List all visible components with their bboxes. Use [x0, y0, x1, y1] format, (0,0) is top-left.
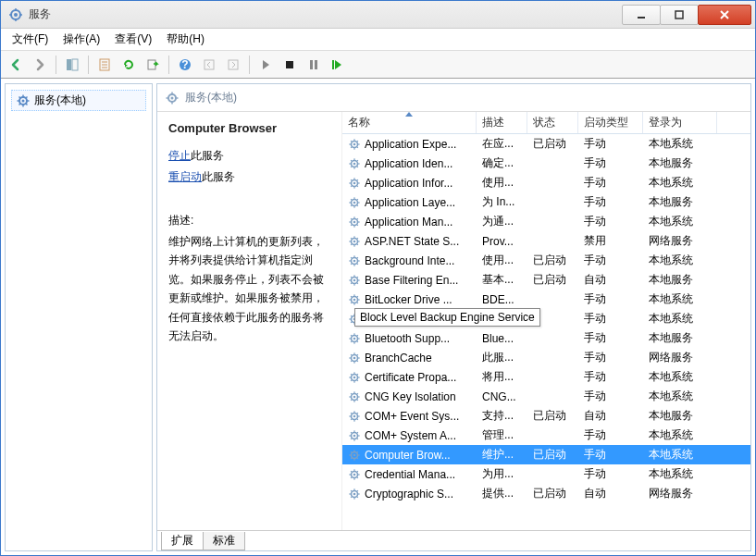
- menu-help[interactable]: 帮助(H): [159, 30, 212, 49]
- tree-pane[interactable]: 服务(本地): [5, 83, 153, 551]
- menu-view[interactable]: 查看(V): [107, 30, 159, 49]
- table-row[interactable]: Application Iden...确定...手动本地服务: [342, 154, 750, 173]
- stop-service-link[interactable]: 停止: [168, 149, 191, 162]
- cell-name: COM+ System A...: [342, 429, 477, 442]
- svg-line-168: [357, 379, 358, 380]
- svg-line-147: [351, 335, 352, 336]
- table-row[interactable]: Application Man...为通...手动本地系统: [342, 212, 750, 231]
- cell-logon-as: 网络服务: [643, 486, 717, 501]
- svg-line-149: [357, 335, 358, 336]
- table-row[interactable]: COM+ Event Sys...支持...已启动自动本地服务: [342, 406, 750, 426]
- maximize-button[interactable]: [660, 5, 699, 25]
- minimize-button[interactable]: [622, 5, 661, 25]
- cell-startup-type: 手动: [578, 194, 643, 210]
- svg-rect-16: [148, 60, 155, 69]
- table-row[interactable]: BitLocker Drive ...BDE...手动本地系统: [342, 290, 750, 309]
- prev-item-button[interactable]: [198, 54, 220, 76]
- tab-extended[interactable]: 扩展: [161, 532, 204, 550]
- table-row[interactable]: COM+ System A...管理...手动本地系统: [342, 426, 750, 445]
- cell-name: Cryptographic S...: [342, 488, 477, 500]
- svg-line-198: [357, 438, 358, 439]
- cell-startup-type: 手动: [578, 253, 643, 268]
- column-status[interactable]: 状态: [527, 112, 578, 133]
- detail-pane: Computer Browser 停止此服务 重启动此服务 描述: 维护网络上计…: [157, 112, 342, 530]
- titlebar[interactable]: 服务: [1, 1, 755, 29]
- menu-action[interactable]: 操作(A): [56, 30, 107, 49]
- column-logon-as[interactable]: 登录为: [643, 112, 717, 133]
- svg-line-34: [19, 104, 21, 105]
- svg-line-47: [351, 141, 352, 142]
- tree-root-node[interactable]: 服务(本地): [11, 90, 146, 111]
- pause-service-button[interactable]: [303, 54, 325, 76]
- gear-icon: [165, 91, 180, 105]
- table-row[interactable]: Certificate Propa...将用...手动本地系统: [342, 367, 750, 387]
- svg-point-202: [353, 453, 356, 456]
- svg-rect-20: [229, 60, 238, 69]
- svg-point-36: [171, 96, 174, 99]
- table-row[interactable]: Background Inte...使用...已启动手动本地系统: [342, 251, 750, 270]
- stop-service-button[interactable]: [279, 54, 301, 76]
- svg-line-50: [351, 146, 352, 147]
- cell-startup-type: 手动: [578, 330, 643, 346]
- restart-service-link[interactable]: 重启动: [168, 170, 202, 183]
- properties-button[interactable]: [93, 54, 116, 76]
- forward-button[interactable]: [29, 54, 51, 76]
- show-hide-tree-button[interactable]: [61, 54, 83, 76]
- back-button[interactable]: [5, 54, 27, 76]
- cell-logon-as: 本地系统: [643, 369, 717, 385]
- main-pane: 服务(本地) Computer Browser 停止此服务 重启动此服务 描述:…: [156, 83, 751, 551]
- table-row[interactable]: Credential Mana...为用...手动本地系统: [342, 464, 750, 484]
- svg-line-227: [351, 490, 352, 491]
- restart-suffix: 此服务: [202, 170, 235, 183]
- column-name[interactable]: 名称: [342, 112, 477, 133]
- next-item-button[interactable]: [222, 54, 244, 76]
- svg-line-128: [357, 302, 358, 303]
- close-button[interactable]: [698, 5, 751, 25]
- tab-standard[interactable]: 标准: [203, 532, 245, 550]
- cell-name: BranchCache: [342, 352, 477, 364]
- svg-line-77: [351, 199, 352, 200]
- cell-logon-as: 本地系统: [643, 253, 717, 268]
- svg-line-120: [351, 282, 352, 283]
- toolbar: ?: [1, 51, 755, 79]
- svg-point-212: [353, 473, 356, 476]
- table-row[interactable]: Cryptographic S...提供...已启动自动网络服务: [342, 484, 750, 503]
- table-row[interactable]: CNG Key IsolationCNG...手动本地系统: [342, 387, 750, 406]
- table-row[interactable]: Bluetooth Supp...Blue...手动本地服务: [342, 328, 750, 348]
- column-startup-type[interactable]: 启动类型: [578, 112, 643, 133]
- svg-line-159: [357, 354, 358, 355]
- svg-line-209: [357, 451, 358, 452]
- svg-line-219: [357, 471, 358, 472]
- menu-file[interactable]: 文件(F): [5, 30, 56, 49]
- svg-line-148: [357, 340, 358, 341]
- svg-line-137: [351, 315, 352, 316]
- export-button[interactable]: [142, 54, 164, 76]
- cell-name: CNG Key Isolation: [342, 390, 477, 403]
- table-row[interactable]: Computer Brow...维护...已启动手动本地系统: [342, 445, 750, 464]
- cell-logon-as: 本地服务: [643, 408, 717, 424]
- svg-line-200: [351, 438, 352, 439]
- table-row[interactable]: Application Laye...为 In...手动本地服务: [342, 192, 750, 212]
- start-service-button[interactable]: [254, 54, 277, 76]
- cell-logon-as: 网络服务: [643, 233, 717, 249]
- table-row[interactable]: BranchCache此服...手动网络服务: [342, 348, 750, 367]
- refresh-button[interactable]: [118, 54, 140, 76]
- tree-root-label: 服务(本地): [34, 93, 86, 108]
- svg-line-68: [357, 185, 358, 186]
- table-row[interactable]: ASP.NET State S...Prov...禁用网络服务: [342, 231, 750, 251]
- svg-line-78: [357, 204, 358, 205]
- cell-startup-type: 手动: [578, 427, 643, 443]
- table-row[interactable]: Base Filtering En...基本...已启动自动本地服务: [342, 270, 750, 290]
- table-row[interactable]: Application Expe...在应...已启动手动本地系统: [342, 134, 750, 154]
- cell-startup-type: 手动: [578, 466, 643, 482]
- restart-service-button[interactable]: [327, 54, 349, 76]
- service-list[interactable]: Application Expe...在应...已启动手动本地系统Applica…: [342, 134, 750, 530]
- table-row[interactable]: Application Infor...使用...手动本地系统: [342, 173, 750, 192]
- svg-line-229: [357, 490, 358, 491]
- svg-line-58: [357, 166, 358, 167]
- svg-rect-22: [310, 60, 313, 69]
- column-description[interactable]: 描述: [477, 112, 527, 133]
- services-app-icon: [8, 7, 23, 22]
- svg-line-109: [357, 257, 358, 258]
- help-button[interactable]: ?: [174, 54, 196, 76]
